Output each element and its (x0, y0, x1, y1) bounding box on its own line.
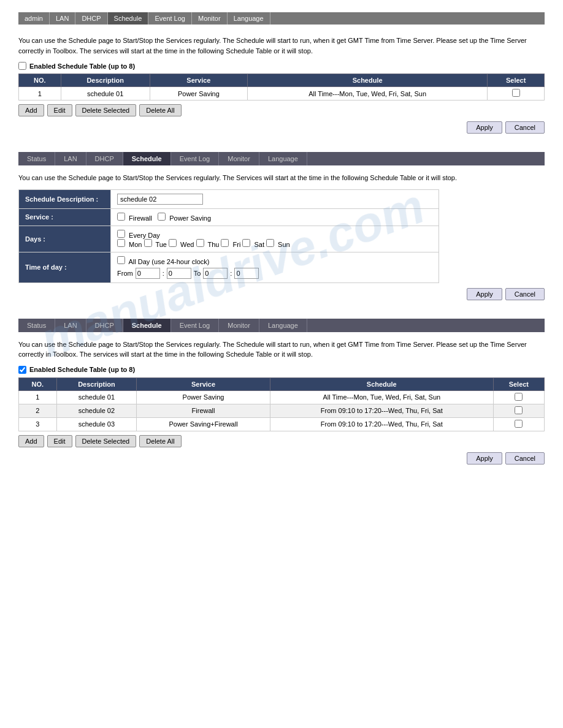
s3-r1-select[interactable] (493, 390, 544, 404)
row1-select-checkbox[interactable] (512, 89, 520, 97)
all-day-label: All Day (use 24-hour clock) (128, 258, 209, 265)
tab3-lan[interactable]: LAN (55, 319, 86, 332)
table-row: 2 schedule 02 Firewall From 09:10 to 17:… (19, 404, 545, 417)
from-colon: : (163, 270, 164, 277)
to-colon: : (230, 270, 232, 277)
to-hour-input[interactable] (203, 268, 228, 279)
nav-admin[interactable]: admin (18, 12, 50, 25)
s3-r3-service: Power Saving+Firewall (137, 417, 270, 431)
section3-description: You can use the Schedule page to Start/S… (18, 339, 545, 360)
service-value: Firewall Power Saving (111, 208, 439, 226)
cell-schedule: All Time---Mon, Tue, Wed, Fri, Sat, Sun (247, 87, 487, 100)
section2-apply-button[interactable]: Apply (467, 288, 502, 300)
tab2-schedule[interactable]: Schedule (123, 152, 171, 165)
section3: Status LAN DHCP Schedule Event Log Monit… (18, 319, 545, 464)
section2-tab-bar: Status LAN DHCP Schedule Event Log Monit… (18, 152, 545, 165)
s3-apply-button[interactable]: Apply (467, 452, 502, 464)
fri-checkbox[interactable] (221, 239, 229, 247)
s3-row1-checkbox[interactable] (515, 393, 523, 401)
firewall-checkbox[interactable] (117, 213, 125, 221)
thu-checkbox[interactable] (196, 239, 204, 247)
section3-enabled-checkbox[interactable] (18, 366, 26, 374)
cell-select[interactable] (488, 87, 545, 100)
tab2-dhcp[interactable]: DHCP (86, 152, 123, 165)
sat-label: Sat (254, 241, 264, 248)
from-hour-input[interactable] (136, 268, 160, 279)
nav-lan[interactable]: LAN (50, 12, 75, 25)
tab2-language[interactable]: Language (259, 152, 307, 165)
delete-all-button[interactable]: Delete All (139, 104, 181, 116)
to-min-input[interactable] (234, 268, 259, 279)
tab3-eventlog[interactable]: Event Log (171, 319, 220, 332)
col-no: NO. (19, 74, 61, 87)
s3-r3-no: 3 (19, 417, 57, 431)
section2: Status LAN DHCP Schedule Event Log Monit… (18, 152, 545, 300)
every-day-label: Every Day (129, 232, 160, 239)
s3-r2-no: 2 (19, 404, 57, 417)
days-label: Days : (19, 226, 111, 252)
schedule-desc-input[interactable] (117, 194, 203, 205)
section2-form: Schedule Description : Service : Firewal… (18, 189, 439, 283)
s3-cancel-button[interactable]: Cancel (505, 452, 545, 464)
section2-cancel-button[interactable]: Cancel (505, 288, 545, 300)
power-saving-checkbox[interactable] (158, 213, 166, 221)
tue-label: Tue (155, 241, 167, 248)
wed-checkbox[interactable] (169, 239, 177, 247)
all-day-checkbox[interactable] (117, 256, 125, 264)
section2-description: You can use the Schedule page to Start/S… (18, 173, 545, 183)
cancel-button[interactable]: Cancel (505, 121, 545, 134)
s3-row2-checkbox[interactable] (515, 406, 523, 414)
tab3-language[interactable]: Language (259, 319, 307, 332)
s3-r2-select[interactable] (493, 404, 544, 417)
top-nav-bar: admin LAN DHCP Schedule Event Log Monito… (18, 12, 545, 25)
fri-label: Fri (233, 241, 241, 248)
s3-edit-button[interactable]: Edit (47, 435, 72, 447)
delete-selected-button[interactable]: Delete Selected (75, 104, 137, 116)
tab2-status[interactable]: Status (18, 152, 55, 165)
s3-col-no: NO. (19, 377, 57, 390)
tab3-schedule[interactable]: Schedule (123, 319, 171, 332)
section1-enabled-label: Enabled Schedule Table (up to 8) (18, 62, 545, 70)
nav-eventlog[interactable]: Event Log (148, 12, 192, 25)
tue-checkbox[interactable] (144, 239, 152, 247)
section1: admin LAN DHCP Schedule Event Log Monito… (18, 12, 545, 134)
nav-dhcp[interactable]: DHCP (75, 12, 107, 25)
tab2-eventlog[interactable]: Event Log (171, 152, 220, 165)
sat-checkbox[interactable] (242, 239, 250, 247)
section1-apply-row: Apply Cancel (18, 121, 545, 134)
days-value: Every Day Mon Tue Wed Thu Fri (111, 226, 439, 252)
sun-checkbox[interactable] (266, 239, 274, 247)
mon-checkbox[interactable] (117, 239, 125, 247)
apply-button[interactable]: Apply (467, 121, 502, 134)
nav-monitor[interactable]: Monitor (192, 12, 228, 25)
time-label: Time of day : (19, 252, 111, 282)
s3-r1-service: Power Saving (137, 390, 270, 404)
nav-language[interactable]: Language (228, 12, 270, 25)
tab2-lan[interactable]: LAN (55, 152, 86, 165)
add-button[interactable]: Add (18, 104, 44, 116)
s3-col-service: Service (137, 377, 270, 390)
s3-delete-all-button[interactable]: Delete All (139, 435, 181, 447)
s3-row3-checkbox[interactable] (515, 420, 523, 428)
tab3-monitor[interactable]: Monitor (219, 319, 259, 332)
s3-r2-schedule: From 09:10 to 17:20---Wed, Thu, Fri, Sat (270, 404, 493, 417)
tab2-monitor[interactable]: Monitor (219, 152, 259, 165)
time-value: All Day (use 24-hour clock) From : To : (111, 252, 439, 282)
section3-apply-row: Apply Cancel (18, 452, 545, 464)
section3-table: NO. Description Service Schedule Select … (18, 377, 545, 431)
form-row-description: Schedule Description : (19, 189, 439, 208)
s3-r2-desc: schedule 02 (56, 404, 137, 417)
from-min-input[interactable] (167, 268, 191, 279)
tab3-status[interactable]: Status (18, 319, 55, 332)
s3-add-button[interactable]: Add (18, 435, 44, 447)
s3-r3-select[interactable] (493, 417, 544, 431)
section1-enabled-checkbox[interactable] (18, 62, 26, 70)
s3-col-select: Select (493, 377, 544, 390)
s3-col-schedule: Schedule (270, 377, 493, 390)
tab3-dhcp[interactable]: DHCP (86, 319, 123, 332)
s3-delete-selected-button[interactable]: Delete Selected (75, 435, 137, 447)
nav-schedule[interactable]: Schedule (108, 12, 149, 25)
edit-button[interactable]: Edit (47, 104, 72, 116)
schedule-desc-value (111, 189, 439, 208)
every-day-checkbox[interactable] (117, 230, 125, 238)
